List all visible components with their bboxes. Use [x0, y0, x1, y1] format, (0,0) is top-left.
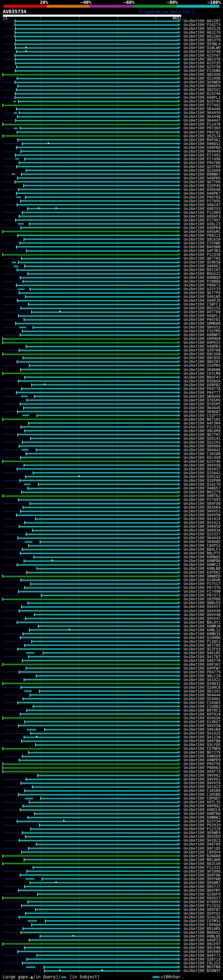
hit-bar[interactable] — [18, 951, 178, 952]
hit-bar[interactable] — [18, 116, 178, 118]
hit-bar[interactable] — [15, 82, 178, 83]
hit-bar[interactable] — [17, 622, 178, 623]
hit-bar[interactable] — [3, 897, 178, 899]
hit-bar[interactable] — [21, 783, 178, 784]
hit-bar[interactable] — [45, 920, 178, 921]
hit-bar[interactable] — [16, 108, 178, 110]
hit-bar[interactable] — [18, 177, 178, 179]
hit-row[interactable]: UniRef100_Q4VV48 — [0, 613, 223, 617]
hit-bar[interactable] — [17, 269, 178, 271]
hit-bar[interactable] — [29, 304, 178, 305]
hit-bar[interactable] — [24, 407, 178, 409]
hit-bar[interactable] — [23, 805, 178, 807]
hit-bar[interactable] — [20, 809, 178, 811]
hit-bar[interactable] — [21, 369, 178, 370]
hit-bar[interactable] — [16, 514, 178, 516]
hit-bar[interactable] — [21, 932, 178, 933]
hit-row[interactable]: UniRef100_P12331 — [0, 865, 223, 869]
hit-bar[interactable] — [23, 357, 178, 359]
hit-bar[interactable] — [30, 733, 178, 734]
hit-bar[interactable] — [30, 882, 178, 883]
hit-bar[interactable] — [16, 246, 178, 248]
alignment-segment[interactable] — [25, 798, 33, 799]
hit-bar[interactable] — [3, 767, 178, 768]
hit-bar[interactable] — [22, 492, 178, 493]
hit-bar[interactable] — [21, 151, 178, 152]
hit-row[interactable]: UniRef100_C5IFT7 — [0, 414, 223, 417]
hit-bar[interactable] — [20, 334, 178, 336]
alignment-segment[interactable] — [26, 878, 34, 880]
hit-bar[interactable] — [3, 418, 178, 420]
hit-row[interactable]: UniRef100_Q5ZF93 — [0, 647, 223, 651]
hit-bar[interactable] — [25, 266, 178, 267]
alignment-segment[interactable] — [22, 415, 29, 416]
hit-label[interactable]: UniRef100_P12331 — [184, 866, 221, 869]
hit-bar[interactable] — [38, 775, 178, 776]
hit-bar[interactable] — [3, 353, 178, 355]
hit-bar[interactable] — [3, 717, 178, 719]
hit-bar[interactable] — [22, 258, 178, 259]
hit-bar[interactable] — [39, 825, 178, 826]
hit-bar[interactable] — [15, 55, 178, 56]
hit-bar[interactable] — [3, 683, 178, 684]
hit-bar[interactable] — [34, 813, 178, 815]
hit-bar[interactable] — [3, 599, 178, 600]
hit-bar[interactable] — [29, 802, 178, 803]
hit-bar[interactable] — [3, 863, 178, 864]
hit-label[interactable]: UniRef100_C6TLM4 — [184, 372, 221, 375]
hit-bar[interactable] — [25, 644, 178, 646]
hit-bar[interactable] — [27, 958, 178, 960]
hit-bar[interactable] — [3, 342, 178, 344]
hit-bar[interactable] — [21, 511, 178, 512]
hit-bar[interactable] — [20, 874, 178, 876]
hit-label[interactable]: UniRef100_Q4VV57 — [184, 605, 221, 609]
hit-bar[interactable] — [22, 851, 178, 853]
hit-label[interactable]: UniRef100_A9RAS2 — [184, 142, 221, 146]
hit-bar[interactable] — [32, 786, 178, 788]
hit-row[interactable]: UniRef100_Q9SHR7 — [0, 881, 223, 885]
hit-row[interactable]: UniRef100_Q4VV57 — [0, 605, 223, 609]
hit-label[interactable]: UniRef100_Q1EPK5 — [184, 364, 221, 368]
hit-bar[interactable] — [3, 124, 178, 125]
alignment-segment[interactable] — [25, 541, 32, 542]
hit-bar[interactable] — [22, 143, 178, 144]
hit-bar[interactable] — [26, 196, 178, 198]
hit-bar[interactable] — [26, 476, 178, 477]
hit-bar[interactable] — [18, 538, 178, 539]
hit-bar[interactable] — [18, 86, 178, 87]
hit-row[interactable]: UniRef100_Q9ZSJ4 — [0, 134, 223, 138]
hit-bar[interactable] — [26, 836, 178, 837]
hit-row[interactable]: UniRef100_A9RAS2 — [0, 142, 223, 146]
hit-row[interactable]: UniRef100_UPI000.. — [0, 869, 223, 873]
hit-bar[interactable] — [15, 32, 178, 33]
hit-bar[interactable] — [32, 641, 178, 642]
hit-bar[interactable] — [26, 250, 178, 252]
hit-bar[interactable] — [27, 572, 178, 573]
hit-bar[interactable] — [19, 112, 178, 114]
hit-bar[interactable] — [17, 78, 178, 79]
hit-label[interactable]: UniRef100_B3G0G4 — [184, 380, 221, 383]
hit-bar[interactable] — [19, 840, 178, 841]
hit-row[interactable]: UniRef100_O64449 — [0, 150, 223, 153]
hit-bar[interactable] — [24, 679, 178, 680]
hit-bar[interactable] — [24, 239, 178, 240]
hit-bar[interactable] — [22, 740, 178, 742]
hit-bar[interactable] — [36, 844, 178, 845]
hit-row[interactable]: UniRef100_O64445 — [0, 406, 223, 410]
hit-bar[interactable] — [22, 388, 178, 389]
hit-bar[interactable] — [30, 583, 178, 585]
hit-bar[interactable] — [17, 564, 178, 566]
hit-row[interactable]: UniRef100_P04780 — [0, 161, 223, 165]
hit-bar[interactable] — [30, 829, 178, 830]
hit-bar[interactable] — [34, 557, 178, 558]
hit-bar[interactable] — [15, 93, 178, 95]
hit-bar[interactable] — [23, 928, 178, 929]
hit-bar[interactable] — [37, 955, 178, 956]
hit-bar[interactable] — [25, 790, 178, 792]
hit-bar[interactable] — [21, 308, 178, 309]
hit-label[interactable]: UniRef100_A8JCU4 — [184, 862, 221, 865]
hit-bar[interactable] — [33, 706, 178, 707]
hit-bar[interactable] — [20, 713, 178, 715]
hit-bar[interactable] — [29, 939, 178, 941]
hit-label[interactable]: UniRef100_O64449 — [184, 150, 221, 153]
